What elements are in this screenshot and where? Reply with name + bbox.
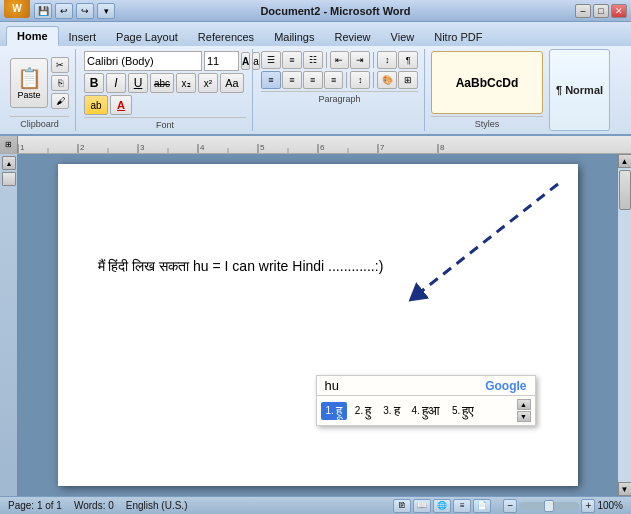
paste-button[interactable]: 📋 Paste	[10, 58, 48, 108]
tab-mailings[interactable]: Mailings	[264, 28, 324, 46]
autocomplete-item-2[interactable]: 2. हु	[351, 402, 375, 420]
underline-button[interactable]: U	[128, 73, 148, 93]
title-bar: W 💾 ↩ ↪ ▾ Document2 - Microsoft Word – □…	[0, 0, 631, 22]
left-scroll-thumb[interactable]	[2, 172, 16, 186]
tab-insert[interactable]: Insert	[59, 28, 107, 46]
numbering-btn[interactable]: ≡	[282, 51, 302, 69]
autocomplete-item-1[interactable]: 1. हू	[321, 402, 347, 420]
svg-text:3: 3	[140, 143, 145, 152]
ruler-scale: 1 2 3 4 5 6 7 8	[18, 136, 631, 153]
line-spacing-btn[interactable]: ↕	[350, 71, 370, 89]
full-read-btn[interactable]: 📖	[413, 499, 431, 513]
superscript-button[interactable]: x²	[198, 73, 218, 93]
svg-text:6: 6	[320, 143, 325, 152]
zoom-controls: − + 100%	[503, 499, 623, 513]
window-controls: – □ ✕	[575, 4, 627, 18]
font-color-button[interactable]: Aa	[220, 73, 244, 93]
autocomplete-item-3[interactable]: 3. ह	[379, 402, 403, 420]
align-left-btn[interactable]: ≡	[261, 71, 281, 89]
autocomplete-item-5[interactable]: 5. हुए	[448, 402, 478, 420]
copy-button[interactable]: ⎘	[51, 75, 69, 91]
autocomplete-items-row: 1. हू 2. हु 3. ह 4. हुआ	[317, 396, 535, 425]
status-bar: Page: 1 of 1 Words: 0 English (U.S.) 🖹 📖…	[0, 496, 631, 514]
align-right-btn[interactable]: ≡	[303, 71, 323, 89]
font-group-label: Font	[84, 117, 246, 130]
dropdown-qa-btn[interactable]: ▾	[97, 3, 115, 19]
decrease-indent-btn[interactable]: ⇤	[330, 51, 350, 69]
show-hide-btn[interactable]: ¶	[398, 51, 418, 69]
borders-btn[interactable]: ⊞	[398, 71, 418, 89]
svg-text:7: 7	[380, 143, 385, 152]
svg-text:4: 4	[200, 143, 205, 152]
document-text[interactable]: मैं हिंदी लिख सकता hu = I can write Hind…	[98, 254, 538, 279]
tab-home[interactable]: Home	[6, 26, 59, 46]
close-btn[interactable]: ✕	[611, 4, 627, 18]
scroll-up-btn[interactable]: ▲	[618, 154, 632, 168]
italic-button[interactable]: I	[106, 73, 126, 93]
minimize-btn[interactable]: –	[575, 4, 591, 18]
web-view-btn[interactable]: 🌐	[433, 499, 451, 513]
paragraph-group-label: Paragraph	[261, 91, 418, 104]
print-view-btn[interactable]: 🖹	[393, 499, 411, 513]
ruler: ⊞ 1 2 3 4 5 6 7 8	[0, 136, 631, 154]
vertical-scrollbar: ▲ ▼	[617, 154, 631, 496]
outline-view-btn[interactable]: ≡	[453, 499, 471, 513]
draft-view-btn[interactable]: 📄	[473, 499, 491, 513]
clipboard-label: Clipboard	[10, 116, 69, 129]
office-button[interactable]: W	[4, 0, 30, 18]
font-grow-btn[interactable]: A	[241, 52, 250, 70]
quick-access-toolbar: 💾 ↩ ↪ ▾	[34, 3, 115, 19]
google-label: Google	[485, 379, 526, 393]
document-page[interactable]: मैं हिंदी लिख सकता hu = I can write Hind…	[58, 164, 578, 486]
svg-text:2: 2	[80, 143, 85, 152]
ribbon: 📋 Paste ✂ ⎘ 🖌 Clipboard A a B I U abc x₂…	[0, 46, 631, 136]
save-qa-btn[interactable]: 💾	[34, 3, 52, 19]
scroll-down-btn[interactable]: ▼	[618, 482, 632, 496]
zoom-out-btn[interactable]: −	[503, 499, 517, 513]
autocomplete-scroll-up[interactable]: ▲	[517, 399, 531, 410]
autocomplete-popup[interactable]: hu Google 1. हू 2. हु 3. ह	[316, 375, 536, 426]
justify-btn[interactable]: ≡	[324, 71, 344, 89]
tab-review[interactable]: Review	[324, 28, 380, 46]
scroll-thumb[interactable]	[619, 170, 631, 210]
words-info: Words: 0	[74, 500, 114, 511]
styles-group: AaBbCcDd Styles	[427, 49, 547, 131]
maximize-btn[interactable]: □	[593, 4, 609, 18]
svg-text:1: 1	[20, 143, 25, 152]
redo-qa-btn[interactable]: ↪	[76, 3, 94, 19]
bold-button[interactable]: B	[84, 73, 104, 93]
shading-btn[interactable]: 🎨	[377, 71, 397, 89]
normal-style-panel[interactable]: ¶ Normal	[549, 49, 610, 131]
highlight-button[interactable]: ab	[84, 95, 108, 115]
autocomplete-scroll-down[interactable]: ▼	[517, 411, 531, 422]
format-painter-button[interactable]: 🖌	[51, 93, 69, 109]
tab-page-layout[interactable]: Page Layout	[106, 28, 188, 46]
subscript-button[interactable]: x₂	[176, 73, 196, 93]
ribbon-tabs: Home Insert Page Layout References Maili…	[0, 22, 631, 46]
tab-references[interactable]: References	[188, 28, 264, 46]
align-center-btn[interactable]: ≡	[282, 71, 302, 89]
multilevel-list-btn[interactable]: ☷	[303, 51, 323, 69]
autocomplete-scroll-buttons: ▲ ▼	[517, 399, 531, 422]
tab-nitro-pdf[interactable]: Nitro PDF	[424, 28, 492, 46]
cut-button[interactable]: ✂	[51, 57, 69, 73]
zoom-slider[interactable]	[519, 502, 579, 510]
strikethrough-button[interactable]: abc	[150, 73, 174, 93]
font-name-select[interactable]	[84, 51, 202, 71]
zoom-in-btn[interactable]: +	[581, 499, 595, 513]
bullets-btn[interactable]: ☰	[261, 51, 281, 69]
clipboard-group: 📋 Paste ✂ ⎘ 🖌 Clipboard	[4, 49, 76, 131]
autocomplete-item-4[interactable]: 4. हुआ	[408, 402, 444, 420]
style-preview: AaBbCcDd	[431, 51, 543, 114]
undo-qa-btn[interactable]: ↩	[55, 3, 73, 19]
sort-btn[interactable]: ↕	[377, 51, 397, 69]
increase-indent-btn[interactable]: ⇥	[350, 51, 370, 69]
left-margin: ▲	[0, 154, 18, 496]
font-color-a-button[interactable]: A	[110, 95, 132, 115]
paragraph-group: ☰ ≡ ☷ ⇤ ⇥ ↕ ¶ ≡ ≡ ≡ ≡ ↕ 🎨 ⊞ Paragraph	[255, 49, 425, 131]
view-buttons: 🖹 📖 🌐 ≡ 📄	[393, 499, 491, 513]
left-scroll-up-btn[interactable]: ▲	[2, 156, 16, 170]
arrow-indicator	[368, 174, 568, 324]
font-size-select[interactable]	[204, 51, 239, 71]
tab-view[interactable]: View	[381, 28, 425, 46]
